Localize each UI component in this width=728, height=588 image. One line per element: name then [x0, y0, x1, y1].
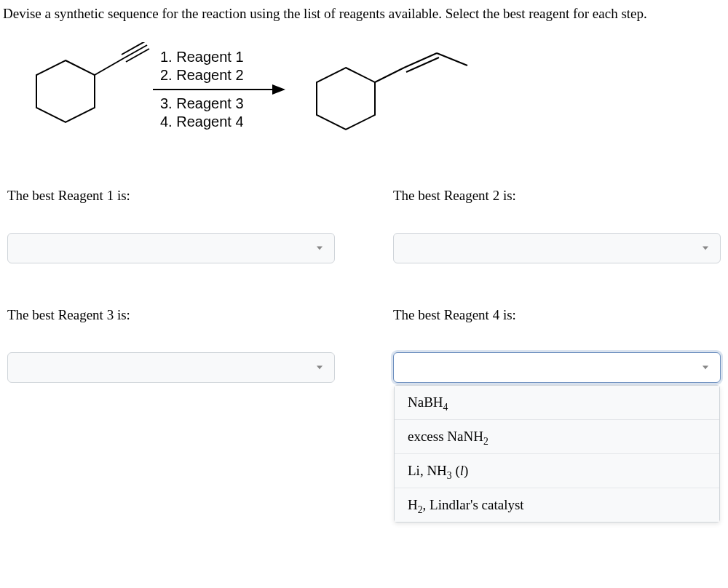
chevron-down-icon — [703, 247, 708, 250]
reagent2-block: The best Reagent 2 is: — [393, 188, 721, 263]
reagent3-dropdown[interactable] — [7, 352, 335, 383]
reagent-line-2: 2. Reagent 2 — [160, 66, 298, 84]
reagents-below-arrow: 3. Reagent 3 4. Reagent 4 — [153, 95, 306, 131]
reagents-above-arrow: 1. Reagent 1 2. Reagent 2 — [153, 48, 306, 84]
svg-marker-5 — [317, 68, 375, 130]
svg-line-9 — [437, 53, 467, 65]
svg-line-1 — [95, 58, 124, 75]
reagent1-label: The best Reagent 1 is: — [7, 188, 335, 204]
chevron-down-icon — [317, 366, 323, 370]
svg-marker-0 — [36, 60, 95, 122]
svg-line-6 — [375, 68, 404, 82]
question-text: Devise a synthetic sequence for the reac… — [0, 0, 728, 35]
page-container: Devise a synthetic sequence for the reac… — [0, 0, 728, 588]
reagent4-block: The best Reagent 4 is: NaBH4 excess NaNH… — [393, 307, 721, 383]
reagent4-dropdown[interactable]: NaBH4 excess NaNH2 Li, NH3 (l) H2, Lindl… — [393, 352, 721, 383]
reagent3-label: The best Reagent 3 is: — [7, 307, 335, 323]
reaction-arrow — [153, 89, 284, 90]
reagent-line-3: 3. Reagent 3 — [160, 95, 298, 113]
arrow-head-icon — [272, 84, 285, 95]
reagent-line-1: 1. Reagent 1 — [160, 48, 298, 66]
reagent4-label: The best Reagent 4 is: — [393, 307, 721, 323]
product-structure — [306, 42, 473, 137]
chevron-down-icon — [703, 366, 708, 370]
reagent2-label: The best Reagent 2 is: — [393, 188, 721, 204]
reagent1-dropdown[interactable] — [7, 233, 335, 263]
reagent1-block: The best Reagent 1 is: — [7, 188, 335, 263]
dropdown-option[interactable]: H2, Lindlar's catalyst — [395, 488, 719, 522]
chevron-down-icon — [317, 247, 323, 250]
reaction-scheme: 1. Reagent 1 2. Reagent 2 3. Reagent 3 4… — [0, 35, 728, 144]
dropdown-option[interactable]: NaBH4 — [395, 386, 719, 420]
reaction-arrow-block: 1. Reagent 1 2. Reagent 2 3. Reagent 3 4… — [153, 48, 306, 131]
dropdown-option[interactable]: excess NaNH2 — [395, 420, 719, 454]
starting-material-structure — [22, 42, 153, 137]
reagent4-dropdown-menu: NaBH4 excess NaNH2 Li, NH3 (l) H2, Lindl… — [394, 385, 720, 523]
reagent3-block: The best Reagent 3 is: — [7, 307, 335, 383]
dropdown-option[interactable]: Li, NH3 (l) — [395, 454, 719, 488]
reagent2-dropdown[interactable] — [393, 233, 721, 263]
questions-grid: The best Reagent 1 is: The best Reagent … — [0, 144, 728, 383]
reagent-line-4: 4. Reagent 4 — [160, 113, 298, 131]
